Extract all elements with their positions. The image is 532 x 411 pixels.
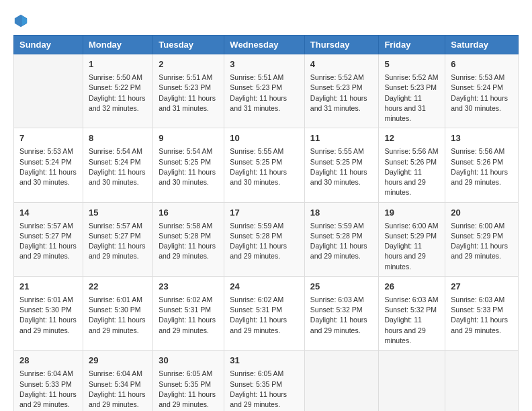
- day-number: 17: [230, 207, 299, 219]
- day-info: Sunrise: 5:57 AM Sunset: 5:27 PM Dayligh…: [19, 221, 77, 262]
- calendar-cell: 6Sunrise: 5:53 AM Sunset: 5:24 PM Daylig…: [445, 54, 519, 128]
- calendar-cell: 15Sunrise: 5:57 AM Sunset: 5:27 PM Dayli…: [83, 202, 152, 276]
- day-info: Sunrise: 5:56 AM Sunset: 5:26 PM Dayligh…: [384, 146, 439, 197]
- day-number: 14: [19, 207, 77, 219]
- day-number: 28: [19, 355, 77, 367]
- day-info: Sunrise: 5:55 AM Sunset: 5:25 PM Dayligh…: [310, 146, 373, 187]
- day-number: 6: [451, 58, 513, 71]
- day-number: 16: [159, 207, 218, 219]
- calendar-cell: 3Sunrise: 5:51 AM Sunset: 5:23 PM Daylig…: [224, 54, 305, 128]
- day-info: Sunrise: 6:04 AM Sunset: 5:34 PM Dayligh…: [89, 369, 147, 410]
- day-number: 12: [384, 132, 439, 144]
- day-info: Sunrise: 5:51 AM Sunset: 5:23 PM Dayligh…: [230, 73, 299, 113]
- day-info: Sunrise: 6:02 AM Sunset: 5:31 PM Dayligh…: [230, 295, 299, 336]
- day-info: Sunrise: 5:52 AM Sunset: 5:23 PM Dayligh…: [384, 73, 439, 124]
- calendar-cell: 5Sunrise: 5:52 AM Sunset: 5:23 PM Daylig…: [379, 54, 445, 128]
- calendar-table: SundayMondayTuesdayWednesdayThursdayFrid…: [13, 35, 519, 411]
- calendar-cell: 20Sunrise: 6:00 AM Sunset: 5:29 PM Dayli…: [445, 202, 519, 276]
- day-info: Sunrise: 6:01 AM Sunset: 5:30 PM Dayligh…: [19, 295, 77, 336]
- day-number: 15: [89, 207, 147, 219]
- calendar-cell: [445, 351, 519, 411]
- day-info: Sunrise: 5:59 AM Sunset: 5:28 PM Dayligh…: [230, 221, 299, 262]
- calendar-cell: 29Sunrise: 6:04 AM Sunset: 5:34 PM Dayli…: [83, 351, 152, 411]
- calendar-cell: 8Sunrise: 5:54 AM Sunset: 5:24 PM Daylig…: [83, 128, 152, 202]
- calendar-cell: 28Sunrise: 6:04 AM Sunset: 5:33 PM Dayli…: [14, 351, 83, 411]
- calendar-week-row: 21Sunrise: 6:01 AM Sunset: 5:30 PM Dayli…: [14, 276, 519, 350]
- day-info: Sunrise: 6:01 AM Sunset: 5:30 PM Dayligh…: [89, 295, 147, 336]
- logo: [13, 13, 30, 28]
- day-number: 7: [19, 132, 77, 144]
- calendar-cell: 31Sunrise: 6:05 AM Sunset: 5:35 PM Dayli…: [224, 351, 305, 411]
- day-info: Sunrise: 6:00 AM Sunset: 5:29 PM Dayligh…: [384, 221, 439, 272]
- column-header-wednesday: Wednesday: [224, 36, 305, 54]
- calendar-cell: 27Sunrise: 6:03 AM Sunset: 5:33 PM Dayli…: [445, 276, 519, 350]
- day-info: Sunrise: 5:56 AM Sunset: 5:26 PM Dayligh…: [451, 146, 513, 187]
- calendar-cell: [14, 54, 83, 128]
- day-info: Sunrise: 5:55 AM Sunset: 5:25 PM Dayligh…: [230, 146, 299, 187]
- calendar-cell: 17Sunrise: 5:59 AM Sunset: 5:28 PM Dayli…: [224, 202, 305, 276]
- day-number: 2: [159, 58, 218, 71]
- day-info: Sunrise: 5:57 AM Sunset: 5:27 PM Dayligh…: [89, 221, 147, 262]
- day-number: 27: [451, 281, 513, 293]
- day-info: Sunrise: 6:03 AM Sunset: 5:32 PM Dayligh…: [384, 295, 439, 346]
- day-number: 9: [159, 132, 218, 144]
- day-number: 25: [310, 281, 373, 293]
- calendar-cell: 24Sunrise: 6:02 AM Sunset: 5:31 PM Dayli…: [224, 276, 305, 350]
- day-info: Sunrise: 5:54 AM Sunset: 5:25 PM Dayligh…: [159, 146, 218, 187]
- day-number: 10: [230, 132, 299, 144]
- calendar-cell: 22Sunrise: 6:01 AM Sunset: 5:30 PM Dayli…: [83, 276, 152, 350]
- day-number: 4: [310, 58, 373, 71]
- calendar-cell: [304, 351, 379, 411]
- day-number: 31: [230, 355, 299, 367]
- day-info: Sunrise: 6:00 AM Sunset: 5:29 PM Dayligh…: [451, 221, 513, 262]
- calendar-cell: [379, 351, 445, 411]
- calendar-week-row: 28Sunrise: 6:04 AM Sunset: 5:33 PM Dayli…: [14, 351, 519, 411]
- day-info: Sunrise: 6:04 AM Sunset: 5:33 PM Dayligh…: [19, 369, 77, 410]
- day-info: Sunrise: 5:52 AM Sunset: 5:23 PM Dayligh…: [310, 73, 373, 113]
- day-number: 29: [89, 355, 147, 367]
- day-number: 26: [384, 281, 439, 293]
- day-info: Sunrise: 6:03 AM Sunset: 5:33 PM Dayligh…: [451, 295, 513, 336]
- day-info: Sunrise: 5:53 AM Sunset: 5:24 PM Dayligh…: [451, 73, 513, 113]
- day-number: 30: [159, 355, 218, 367]
- day-number: 13: [451, 132, 513, 144]
- calendar-cell: 23Sunrise: 6:02 AM Sunset: 5:31 PM Dayli…: [153, 276, 224, 350]
- day-number: 5: [384, 58, 439, 71]
- day-number: 24: [230, 281, 299, 293]
- calendar-week-row: 14Sunrise: 5:57 AM Sunset: 5:27 PM Dayli…: [14, 202, 519, 276]
- day-number: 18: [310, 207, 373, 219]
- calendar-cell: 9Sunrise: 5:54 AM Sunset: 5:25 PM Daylig…: [153, 128, 224, 202]
- day-info: Sunrise: 6:02 AM Sunset: 5:31 PM Dayligh…: [159, 295, 218, 336]
- day-number: 21: [19, 281, 77, 293]
- day-info: Sunrise: 5:53 AM Sunset: 5:24 PM Dayligh…: [19, 146, 77, 187]
- day-info: Sunrise: 5:59 AM Sunset: 5:28 PM Dayligh…: [310, 221, 373, 262]
- column-header-monday: Monday: [83, 36, 152, 54]
- day-number: 11: [310, 132, 373, 144]
- column-header-saturday: Saturday: [445, 36, 519, 54]
- day-info: Sunrise: 6:05 AM Sunset: 5:35 PM Dayligh…: [230, 369, 299, 410]
- calendar-cell: 26Sunrise: 6:03 AM Sunset: 5:32 PM Dayli…: [379, 276, 445, 350]
- day-info: Sunrise: 6:05 AM Sunset: 5:35 PM Dayligh…: [159, 369, 218, 410]
- column-header-sunday: Sunday: [14, 36, 83, 54]
- day-info: Sunrise: 5:50 AM Sunset: 5:22 PM Dayligh…: [89, 73, 147, 113]
- calendar-cell: 10Sunrise: 5:55 AM Sunset: 5:25 PM Dayli…: [224, 128, 305, 202]
- calendar-cell: 2Sunrise: 5:51 AM Sunset: 5:23 PM Daylig…: [153, 54, 224, 128]
- calendar-cell: 16Sunrise: 5:58 AM Sunset: 5:28 PM Dayli…: [153, 202, 224, 276]
- calendar-cell: 12Sunrise: 5:56 AM Sunset: 5:26 PM Dayli…: [379, 128, 445, 202]
- column-header-thursday: Thursday: [304, 36, 379, 54]
- calendar-cell: 21Sunrise: 6:01 AM Sunset: 5:30 PM Dayli…: [14, 276, 83, 350]
- calendar-cell: 13Sunrise: 5:56 AM Sunset: 5:26 PM Dayli…: [445, 128, 519, 202]
- calendar-cell: 30Sunrise: 6:05 AM Sunset: 5:35 PM Dayli…: [153, 351, 224, 411]
- calendar-cell: 11Sunrise: 5:55 AM Sunset: 5:25 PM Dayli…: [304, 128, 379, 202]
- day-info: Sunrise: 5:58 AM Sunset: 5:28 PM Dayligh…: [159, 221, 218, 262]
- calendar-cell: 18Sunrise: 5:59 AM Sunset: 5:28 PM Dayli…: [304, 202, 379, 276]
- calendar-cell: 4Sunrise: 5:52 AM Sunset: 5:23 PM Daylig…: [304, 54, 379, 128]
- calendar-week-row: 7Sunrise: 5:53 AM Sunset: 5:24 PM Daylig…: [14, 128, 519, 202]
- calendar-cell: 7Sunrise: 5:53 AM Sunset: 5:24 PM Daylig…: [14, 128, 83, 202]
- page-header: [13, 13, 519, 28]
- calendar-week-row: 1Sunrise: 5:50 AM Sunset: 5:22 PM Daylig…: [14, 54, 519, 128]
- day-number: 22: [89, 281, 147, 293]
- day-number: 19: [384, 207, 439, 219]
- column-header-tuesday: Tuesday: [153, 36, 224, 54]
- day-info: Sunrise: 6:03 AM Sunset: 5:32 PM Dayligh…: [310, 295, 373, 336]
